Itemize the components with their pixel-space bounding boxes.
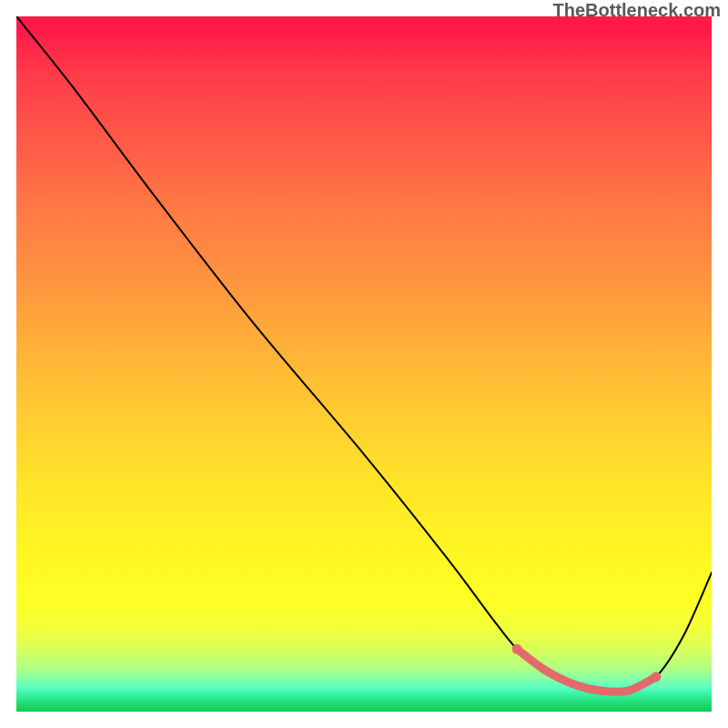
highlight-dot: [512, 644, 522, 654]
highlight-dot: [541, 666, 549, 674]
plot-area: [16, 16, 712, 712]
highlight-dot: [651, 672, 661, 682]
chart-container: TheBottleneck.com: [0, 0, 728, 728]
curve-svg: [16, 16, 712, 712]
bottleneck-curve: [16, 16, 712, 692]
highlight-dot: [569, 680, 577, 688]
highlight-dot: [596, 687, 604, 695]
highlight-dot: [624, 687, 632, 695]
highlight-segment: [517, 649, 656, 692]
